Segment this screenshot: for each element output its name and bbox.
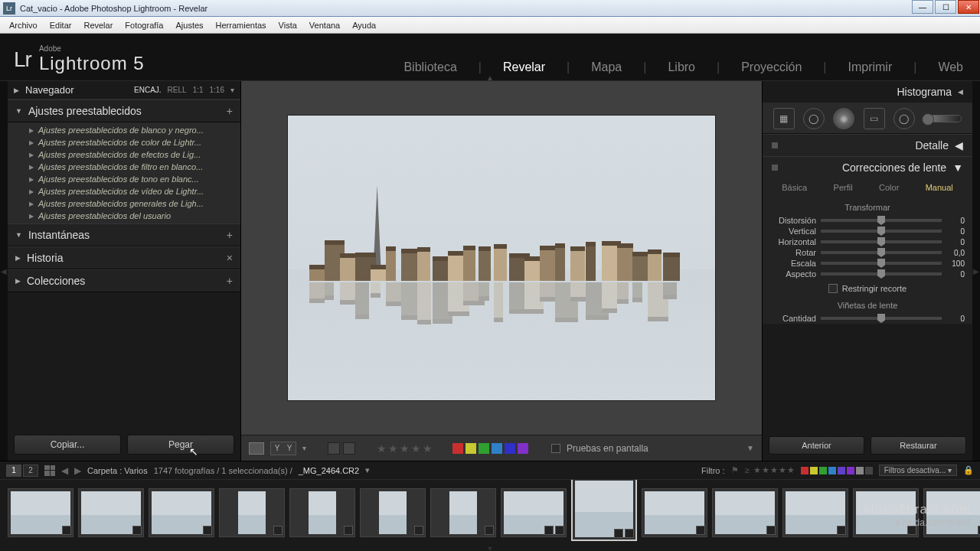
thumbnail[interactable]: [149, 488, 214, 537]
add-collection-button[interactable]: +: [227, 275, 233, 287]
lens-tab-manual[interactable]: Manual: [923, 181, 956, 194]
menu-ventana[interactable]: Ventana: [303, 18, 346, 32]
menu-ajustes[interactable]: Ajustes: [169, 18, 209, 32]
before-after-dropdown-icon[interactable]: ▾: [302, 444, 306, 452]
color-label[interactable]: [479, 443, 489, 454]
thumbnail[interactable]: [712, 488, 778, 537]
flag-reject[interactable]: [343, 442, 355, 455]
thumbnail[interactable]: [571, 480, 637, 541]
softproof-checkbox[interactable]: [551, 444, 560, 453]
filter-color-swatch[interactable]: [847, 467, 854, 474]
filename-dropdown-icon[interactable]: ▾: [365, 465, 370, 475]
add-snapshot-button[interactable]: +: [227, 229, 233, 241]
presets-header[interactable]: ▼ Ajustes preestablecidos +: [8, 99, 240, 122]
module-mapa[interactable]: Mapa: [588, 60, 625, 74]
menu-archivo[interactable]: Archivo: [3, 18, 44, 32]
slider-cantidad[interactable]: Cantidad 0: [763, 313, 972, 324]
slider-escala[interactable]: Escala100: [763, 258, 972, 269]
preset-folder[interactable]: ▶Ajustes preestablecidos de efectos de L…: [8, 148, 240, 161]
nav-forward-icon[interactable]: ▶: [74, 465, 81, 476]
thumbnail[interactable]: [923, 488, 980, 537]
lens-tab-básica[interactable]: Básica: [779, 181, 810, 194]
preset-folder[interactable]: ▶Ajustes preestablecidos de vídeo de Lig…: [8, 185, 240, 197]
panel-switch-icon[interactable]: [772, 142, 778, 148]
grid-view-icon[interactable]: [44, 465, 55, 476]
close-button[interactable]: ✕: [958, 0, 979, 14]
flag-pick[interactable]: [328, 442, 340, 455]
filter-rating[interactable]: ≥★★★★★: [745, 465, 795, 475]
redeye-tool[interactable]: ◉: [833, 108, 854, 129]
panel-switch-icon[interactable]: [772, 165, 778, 171]
preset-folder[interactable]: ▶Ajustes preestablecidos generales de Li…: [8, 197, 240, 210]
preview-image[interactable]: [287, 115, 716, 401]
snapshots-header[interactable]: ▼ Instantáneas +: [8, 223, 240, 246]
collapse-left-icon[interactable]: ◀: [0, 81, 8, 461]
module-biblioteca[interactable]: Biblioteca: [400, 60, 459, 74]
preset-folder[interactable]: ▶Ajustes preestablecidos de filtro en bl…: [8, 161, 240, 173]
zoom-fit[interactable]: ENCAJ.: [134, 86, 162, 94]
thumbnail[interactable]: [853, 488, 919, 537]
module-revelar[interactable]: Revelar: [500, 60, 548, 74]
menu-editar[interactable]: Editar: [44, 18, 78, 32]
thumbnail[interactable]: [360, 488, 426, 537]
collapse-bottom-icon[interactable]: ▼: [0, 545, 980, 551]
maximize-button[interactable]: ☐: [935, 0, 956, 14]
menu-fotografía[interactable]: Fotografía: [119, 18, 169, 32]
navigator-header[interactable]: ▶ Navegador ENCAJ. RELL 1:1 1:16 ▾: [8, 81, 240, 99]
slider-horizontal[interactable]: Horizontal0: [763, 236, 972, 247]
spot-tool[interactable]: ◯: [803, 108, 825, 129]
module-proyección[interactable]: Proyección: [738, 60, 805, 74]
reset-button[interactable]: Restaurar: [871, 436, 966, 455]
filter-color-swatch[interactable]: [819, 467, 827, 474]
clear-history-button[interactable]: ×: [227, 252, 233, 264]
module-web[interactable]: Web: [935, 60, 966, 74]
brush-tool[interactable]: [923, 115, 962, 122]
previous-button[interactable]: Anterior: [769, 436, 864, 455]
filter-lock-icon[interactable]: 🔒: [963, 465, 974, 475]
menu-revelar[interactable]: Revelar: [77, 18, 119, 32]
module-imprimir[interactable]: Imprimir: [844, 60, 895, 74]
preset-folder[interactable]: ▶Ajustes preestablecidos de blanco y neg…: [8, 124, 240, 136]
preset-folder[interactable]: ▶Ajustes preestablecidos del usuario: [8, 210, 240, 222]
detail-header[interactable]: Detalle ◀: [763, 135, 972, 156]
zoom-ratio[interactable]: 1:16: [210, 86, 224, 94]
history-header[interactable]: ▶ Historia ×: [8, 246, 240, 269]
filter-color-swatch[interactable]: [856, 467, 864, 474]
gradient-tool[interactable]: ▭: [864, 108, 885, 129]
color-label[interactable]: [466, 443, 476, 454]
filter-flag-icon[interactable]: ⚑: [731, 465, 739, 475]
second-window-button[interactable]: 2: [23, 465, 38, 477]
thumbnail[interactable]: [219, 488, 285, 537]
color-label[interactable]: [505, 443, 515, 454]
slider-aspecto[interactable]: Aspecto0: [763, 269, 972, 279]
slider-rotar[interactable]: Rotar0,0: [763, 247, 972, 258]
thumbnail[interactable]: [289, 488, 355, 537]
collapse-right-icon[interactable]: ▶: [972, 81, 980, 461]
color-label[interactable]: [492, 443, 502, 454]
main-window-button[interactable]: 1: [6, 465, 21, 477]
zoom-1-1[interactable]: 1:1: [193, 86, 204, 94]
zoom-dropdown-icon[interactable]: ▾: [230, 86, 234, 94]
thumbnail[interactable]: [8, 488, 74, 537]
before-after-toggle[interactable]: YY: [270, 442, 296, 455]
lens-tab-perfil[interactable]: Perfil: [831, 181, 856, 194]
loupe-view-button[interactable]: [249, 442, 264, 455]
paste-button[interactable]: Pegar ↖: [127, 435, 234, 455]
lens-tab-color[interactable]: Color: [876, 181, 902, 194]
copy-button[interactable]: Copiar...: [14, 435, 121, 455]
filter-color-swatch[interactable]: [828, 467, 836, 474]
collections-header[interactable]: ▶ Colecciones +: [8, 269, 240, 292]
toolbar-dropdown-icon[interactable]: ▼: [746, 444, 754, 452]
thumbnail[interactable]: [642, 488, 707, 537]
filter-color-swatch[interactable]: [801, 467, 808, 474]
filter-color-swatch[interactable]: [838, 467, 845, 474]
slider-vertical[interactable]: Vertical0: [763, 226, 972, 236]
rating-stars[interactable]: ★★★★★: [377, 442, 433, 455]
add-preset-button[interactable]: +: [227, 105, 233, 117]
thumbnail[interactable]: [501, 488, 567, 537]
filter-preset-dropdown[interactable]: Filtros desactiva... ▾: [879, 465, 957, 476]
zoom-fill[interactable]: RELL: [168, 86, 187, 94]
filter-color-swatch[interactable]: [865, 467, 873, 474]
thumbnail-strip[interactable]: [0, 480, 980, 545]
constrain-crop-checkbox[interactable]: [828, 284, 838, 293]
